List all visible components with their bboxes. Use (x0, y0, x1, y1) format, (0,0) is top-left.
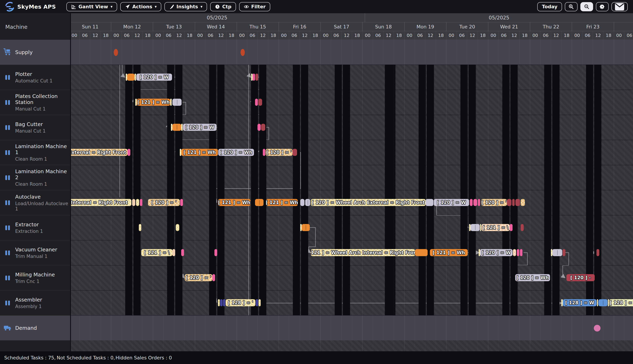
task-bar[interactable]: [ 121 ] = Wheel Arch Internal = Right Fr… (311, 249, 415, 256)
task-bar[interactable]: [ 120 ] - (566, 274, 595, 281)
task-bar-segment[interactable] (521, 224, 524, 231)
task-bar[interactable]: [ 121 ] = \ (141, 249, 172, 256)
task-bar[interactable]: [ 121 ] = Wh (137, 99, 170, 106)
insights-button[interactable]: Insights▾ (164, 2, 207, 11)
task-bar-segment[interactable] (552, 249, 562, 256)
task-bar-segment[interactable] (139, 224, 141, 231)
task-bar[interactable]: Internal = Right Front (71, 199, 131, 206)
sidebar-item-bag-cutter[interactable]: Bag CutterManual Cut 1 (0, 115, 70, 140)
task-bar-segment[interactable] (214, 249, 217, 256)
task-bar-segment[interactable] (258, 124, 261, 131)
task-bar-segment[interactable] (300, 224, 302, 231)
task-bar[interactable]: [ 128 ] = ' (226, 299, 255, 306)
task-bar-segment[interactable] (171, 124, 172, 131)
task-bar-segment[interactable] (172, 124, 181, 131)
task-bar-segment[interactable] (259, 299, 261, 306)
task-bar[interactable]: [ 121 ] = \ (481, 224, 510, 231)
task-bar-segment[interactable] (180, 199, 183, 206)
sidebar-item-plotter[interactable]: PlotterAutomatic Cut 1 (0, 64, 70, 90)
task-bar-segment[interactable] (132, 199, 135, 206)
task-bar[interactable]: [ 120 ] = ' (266, 149, 292, 156)
task-bar-segment[interactable] (597, 299, 598, 306)
sidebar-item-autoclave[interactable]: AutoclaveLoad/Unload Autoclave 1 (0, 190, 70, 215)
task-bar-segment[interactable] (562, 249, 565, 256)
task-bar-segment[interactable] (515, 199, 520, 206)
task-bar-segment[interactable] (305, 199, 310, 206)
task-bar-segment[interactable] (218, 299, 220, 306)
task-bar-segment[interactable] (521, 199, 525, 206)
task-bar-segment[interactable] (517, 249, 519, 256)
task-bar[interactable]: [ 120 ] = Wh (218, 149, 254, 156)
task-bar-segment[interactable] (596, 249, 599, 256)
task-bar-segment[interactable] (513, 249, 516, 256)
task-bar-segment[interactable] (258, 99, 262, 106)
today-button[interactable]: Today (537, 2, 562, 11)
task-bar-segment[interactable] (551, 249, 552, 256)
task-bar-segment[interactable] (426, 199, 433, 206)
task-bar-segment[interactable] (261, 124, 265, 131)
task-bar-segment[interactable] (170, 99, 172, 106)
task-bar[interactable]: [ 120 ] = ' (148, 199, 180, 206)
sidebar-item-vacuum-cleaner[interactable]: Vacuum CleanerTrim Manual 1 (0, 240, 70, 265)
actions-button[interactable]: Actions▾ (120, 2, 161, 11)
task-bar-segment[interactable] (176, 224, 179, 231)
task-bar-segment[interactable] (480, 224, 481, 231)
filter-button[interactable]: Filter (239, 2, 270, 11)
task-bar-segment[interactable] (180, 149, 181, 156)
sidebar-item-demand[interactable]: Demand (0, 315, 70, 340)
task-bar-segment[interactable] (126, 74, 127, 81)
task-bar-segment[interactable] (470, 224, 480, 231)
task-bar-segment[interactable] (135, 74, 136, 81)
task-bar[interactable]: [ 120 ] = W (434, 199, 469, 206)
task-bar-segment[interactable] (223, 299, 225, 306)
sidebar-item-assembler[interactable]: AssemblerAssembly 1 (0, 290, 70, 315)
task-bar-segment[interactable] (172, 99, 182, 106)
task-bar-segment[interactable] (478, 199, 480, 206)
sidebar-item-plates-collection-station[interactable]: Plates Collection StationManual Cut 1 (0, 90, 70, 115)
gantt-view-button[interactable]: Gantt View▾ (67, 2, 117, 11)
task-bar-segment[interactable] (507, 199, 511, 206)
task-bar-segment[interactable] (512, 199, 515, 206)
task-bar-segment[interactable] (140, 199, 142, 206)
sidebar-item-lamination-machine-1[interactable]: Lamination Machine 1Clean Room 1 (0, 140, 70, 165)
task-bar[interactable]: [ 120 ] = Wheel Arch External = Right Fr… (311, 199, 426, 206)
settings-button[interactable] (596, 2, 609, 11)
task-bar-segment[interactable] (255, 74, 258, 81)
task-bar-segment[interactable] (598, 299, 607, 306)
task-bar-segment[interactable] (255, 99, 258, 106)
task-bar-segment[interactable] (212, 274, 215, 281)
sidebar-item-milling-machine[interactable]: Milling MachineTrim Cnc 1 (0, 265, 70, 290)
ctp-button[interactable]: Ctp (210, 2, 236, 11)
task-bar-segment[interactable] (256, 299, 258, 306)
task-bar[interactable]: [ 120 ] = Wh (515, 274, 550, 281)
task-bar-segment[interactable] (520, 249, 522, 256)
sidebar-item-extractor[interactable]: ExtractorExtraction 1 (0, 215, 70, 240)
task-bar-segment[interactable] (220, 299, 223, 306)
task-bar-segment[interactable] (251, 74, 253, 81)
task-bar[interactable]: [ 120 ] = ' (481, 199, 507, 206)
sidebar-item-lamination-machine-2[interactable]: Lamination Machine 2Clean Room 1 (0, 165, 70, 190)
task-bar-segment[interactable] (510, 224, 512, 231)
task-bar-segment[interactable] (473, 199, 477, 206)
task-bar-segment[interactable] (127, 74, 135, 81)
supply-milestone-marker[interactable] (114, 49, 118, 56)
task-bar-segment[interactable] (136, 199, 139, 206)
task-bar-segment[interactable] (300, 199, 304, 206)
task-bar[interactable]: External = Right Front (71, 149, 128, 156)
task-bar-segment[interactable] (608, 299, 609, 306)
task-bar-segment[interactable] (263, 149, 265, 156)
task-bar[interactable]: [ 120 ] = ' (185, 274, 212, 281)
task-bar[interactable]: [ 121 ] = Wh (266, 199, 298, 206)
task-bar-segment[interactable] (181, 249, 184, 256)
sidebar-item-supply[interactable]: Supply (0, 40, 70, 64)
task-bar-segment[interactable] (561, 299, 563, 306)
task-bar[interactable]: [ 121 ] = Wh (218, 199, 250, 206)
task-bar[interactable]: [ 121 ] = Wh (181, 149, 218, 156)
task-bar-segment[interactable] (255, 199, 264, 206)
task-bar-segment[interactable] (292, 149, 297, 156)
task-bar-segment[interactable] (181, 124, 183, 131)
task-bar-segment[interactable] (253, 74, 255, 81)
task-bar-segment[interactable] (302, 224, 310, 231)
task-bar-segment[interactable] (128, 149, 130, 156)
mail-button[interactable] (611, 2, 628, 11)
